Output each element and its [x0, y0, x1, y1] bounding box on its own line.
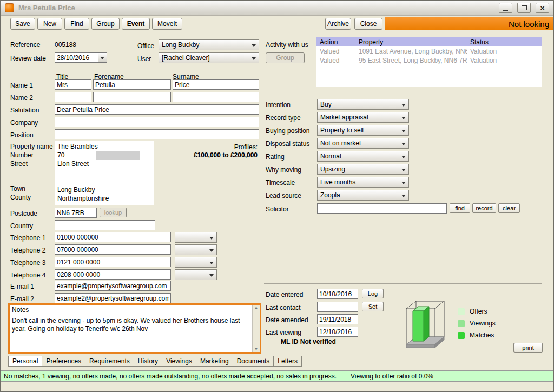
- close-record-button[interactable]: Close: [354, 18, 382, 30]
- lead-source-value: Zoopla: [320, 191, 340, 199]
- telephone4-label: Telephone 4: [10, 271, 45, 279]
- property-name-label: Property name: [10, 143, 53, 150]
- telephone1-field[interactable]: [55, 232, 171, 242]
- record-type-select[interactable]: Market appraisal: [317, 112, 409, 123]
- tab-viewings[interactable]: Viewings: [162, 356, 196, 367]
- activity-row[interactable]: Valued 1091 East Avenue, Long Buckby, NN…: [316, 46, 542, 56]
- lookup-button[interactable]: lookup: [100, 208, 127, 217]
- address-blank-line-1[interactable]: [57, 168, 151, 177]
- set-button[interactable]: Set: [362, 302, 384, 311]
- address-box[interactable]: The Brambles 70 Lion Street Long Buckby …: [55, 141, 154, 205]
- salutation-field[interactable]: [55, 104, 259, 115]
- postcode-label: Postcode: [10, 210, 37, 217]
- tab-letters[interactable]: Letters: [274, 356, 302, 367]
- address-blank-line-2[interactable]: [57, 177, 151, 185]
- notes-box[interactable]: Notes Don't call in the evening - up to …: [8, 303, 261, 354]
- solicitor-find-button[interactable]: find: [450, 203, 470, 213]
- moveit-button[interactable]: MoveIt: [152, 18, 182, 30]
- archive-button[interactable]: Archive: [325, 18, 351, 30]
- close-icon: ×: [540, 4, 544, 12]
- notes-scrollbar[interactable]: ▲ ▼: [252, 305, 260, 352]
- timescale-select[interactable]: Five months: [317, 177, 409, 188]
- telephone3-type-select[interactable]: [175, 257, 217, 268]
- name2-forename-field[interactable]: [93, 92, 171, 102]
- group-button[interactable]: Group: [91, 18, 120, 30]
- tab-requirements[interactable]: Requirements: [85, 356, 134, 367]
- town-value[interactable]: Long Buckby: [57, 185, 151, 194]
- office-select[interactable]: Long Buckby: [159, 39, 259, 50]
- save-button[interactable]: Save: [10, 18, 35, 30]
- log-button[interactable]: Log: [362, 289, 384, 298]
- date-amended-field[interactable]: [317, 314, 358, 324]
- viewings-swatch: [458, 320, 465, 327]
- telephone1-type-select[interactable]: [175, 232, 217, 243]
- company-label: Company: [10, 119, 38, 127]
- name1-forename-field[interactable]: [93, 79, 171, 90]
- disposal-status-select[interactable]: Not on market: [317, 138, 409, 149]
- telephone4-type-select[interactable]: [175, 269, 217, 280]
- date-entered-field[interactable]: [317, 289, 358, 299]
- email1-label: E-mail 1: [10, 283, 34, 290]
- buying-position-select[interactable]: Property to sell: [317, 125, 409, 136]
- close-window-button[interactable]: ×: [536, 3, 549, 13]
- minimize-button[interactable]: [499, 3, 512, 13]
- notes-text[interactable]: Don't call in the evening - up to 5pm is…: [12, 317, 247, 333]
- company-field[interactable]: [55, 117, 259, 127]
- telephone3-field[interactable]: [55, 257, 171, 267]
- new-button[interactable]: New: [37, 18, 62, 30]
- user-value: [Rachel Cleaver]: [162, 54, 210, 62]
- activity-row[interactable]: Valued 95 East Street, Long Buckby, NN6 …: [316, 56, 542, 65]
- tab-marketing[interactable]: Marketing: [196, 356, 233, 367]
- scroll-down-icon[interactable]: ▼: [254, 347, 258, 351]
- last-contact-label: Last contact: [266, 304, 301, 311]
- telephone2-type-select[interactable]: [175, 244, 217, 255]
- position-field[interactable]: [55, 129, 259, 139]
- tab-history[interactable]: History: [134, 356, 162, 367]
- rating-select[interactable]: Normal: [317, 151, 409, 162]
- postcode-field[interactable]: [55, 208, 97, 218]
- intention-select[interactable]: Buy: [317, 99, 409, 110]
- telephone4-field[interactable]: [55, 269, 171, 280]
- restore-button[interactable]: [517, 3, 531, 13]
- number-label: Number: [10, 151, 34, 159]
- name1-title-field[interactable]: [55, 79, 91, 90]
- solicitor-field[interactable]: [317, 203, 447, 214]
- buying-position-label: Buying position: [266, 127, 309, 135]
- street-value[interactable]: Lion Street: [57, 160, 151, 168]
- review-date-label: Review date: [10, 55, 46, 62]
- scroll-up-icon[interactable]: ▲: [254, 305, 258, 310]
- tab-personal[interactable]: Personal: [8, 356, 42, 367]
- last-contact-field[interactable]: [317, 302, 358, 312]
- offers-swatch: [458, 308, 465, 315]
- name2-title-field[interactable]: [55, 92, 91, 102]
- lead-source-select[interactable]: Zoopla: [317, 190, 409, 201]
- print-button[interactable]: print: [513, 343, 543, 353]
- county-value[interactable]: Northamptonshire: [57, 194, 151, 203]
- user-select[interactable]: [Rachel Cleaver]: [159, 52, 259, 63]
- solicitor-record-button[interactable]: record: [472, 203, 496, 213]
- email2-field[interactable]: [55, 293, 171, 303]
- activity-action: Valued: [316, 48, 355, 55]
- review-date-dropdown-button[interactable]: [98, 53, 107, 62]
- event-button[interactable]: Event: [122, 18, 150, 30]
- country-field[interactable]: [55, 220, 155, 230]
- property-name-value[interactable]: The Brambles: [57, 142, 151, 151]
- solicitor-clear-button[interactable]: clear: [498, 203, 520, 213]
- activity-table[interactable]: Action Property Status Valued 1091 East …: [316, 37, 542, 87]
- telephone1-label: Telephone 1: [10, 234, 45, 242]
- email1-field[interactable]: [55, 281, 171, 291]
- name2-surname-field[interactable]: [173, 92, 259, 102]
- telephone2-field[interactable]: [55, 244, 171, 255]
- tab-documents[interactable]: Documents: [233, 356, 274, 367]
- title-bar: Mrs Petulia Price ×: [1, 1, 553, 16]
- tab-preferences[interactable]: Preferences: [42, 356, 85, 367]
- name1-surname-field[interactable]: [173, 79, 259, 90]
- activity-group-button[interactable]: Group: [266, 52, 305, 63]
- review-date-input[interactable]: 28/10/2016: [55, 52, 107, 63]
- last-viewing-label: Last viewing: [266, 329, 301, 336]
- column-action: Action: [316, 38, 355, 46]
- reference-label: Reference: [10, 41, 40, 49]
- why-moving-select[interactable]: Upsizing: [317, 164, 409, 175]
- find-button[interactable]: Find: [64, 18, 89, 30]
- last-viewing-field[interactable]: [317, 327, 358, 337]
